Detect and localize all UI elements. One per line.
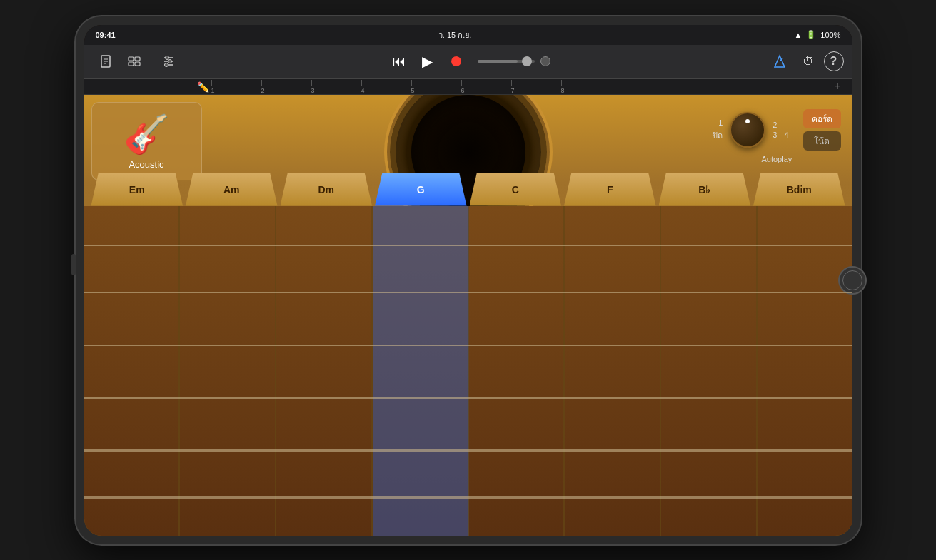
instrument-card[interactable]: 🎸 Acoustic — [91, 102, 202, 180]
new-song-button[interactable] — [93, 50, 119, 73]
status-time: 09:41 — [96, 31, 116, 39]
string-5 — [84, 449, 852, 452]
autoplay-numbers-left: 1 ปิด — [713, 118, 723, 141]
mode-buttons: คอร์ด โน้ต — [803, 109, 841, 151]
fret-col-1 — [84, 206, 181, 536]
ruler-mark-1: 1 — [211, 80, 261, 94]
ipad-screen: 09:41 ว. 15 ก.ย. ▲ 🔋 100% — [84, 25, 852, 536]
autoplay-num-1: 1 — [718, 118, 723, 128]
volume-knob[interactable] — [540, 56, 550, 66]
ruler-mark-7: 7 — [511, 80, 561, 94]
tracks-button[interactable] — [121, 50, 147, 73]
ruler-mark-6: 6 — [461, 80, 511, 94]
play-button[interactable]: ▶ — [415, 50, 441, 73]
wifi-icon: ▲ — [794, 31, 802, 39]
home-btn-inner — [842, 270, 862, 290]
chord-c[interactable]: C — [470, 173, 562, 206]
chord-bdim[interactable]: Bdim — [753, 173, 845, 206]
chord-am[interactable]: Am — [186, 173, 278, 206]
volume-thumb[interactable] — [522, 56, 532, 66]
autoplay-numbers-right: 2 3 — [773, 121, 777, 139]
settings-button[interactable]: ⏱ — [795, 50, 821, 73]
svg-rect-7 — [135, 62, 140, 66]
guitar-top-area: 🎸 Acoustic 1 ปิด — [84, 95, 852, 180]
autoplay-num-3: 3 — [773, 131, 777, 139]
record-button[interactable] — [443, 50, 469, 73]
fret-col-8 — [758, 206, 852, 536]
volume-button[interactable] — [71, 254, 76, 275]
string-3 — [84, 345, 852, 346]
fret-col-7 — [661, 206, 758, 536]
svg-rect-4 — [129, 57, 134, 61]
svg-rect-6 — [129, 62, 134, 66]
svg-rect-5 — [135, 57, 140, 61]
main-content: 🎸 Acoustic 1 ปิด — [84, 95, 852, 536]
string-6 — [84, 496, 852, 499]
toolbar-right: ⏱ ? — [767, 50, 844, 73]
status-bar: 09:41 ว. 15 ก.ย. ▲ 🔋 100% — [84, 25, 852, 45]
toolbar-inner: ⏮ ▶ — [93, 45, 844, 78]
toolbar-left — [93, 50, 147, 73]
home-button[interactable] — [838, 266, 867, 295]
ruler-mark-2: 2 — [261, 80, 311, 94]
rewind-button[interactable]: ⏮ — [386, 50, 412, 73]
fret-col-6 — [565, 206, 661, 536]
svg-point-13 — [164, 63, 168, 67]
autoplay-knob-dot — [745, 119, 750, 123]
transport-controls: ⏮ ▶ — [386, 50, 550, 73]
ruler-mark-4: 4 — [361, 80, 411, 94]
autoplay-controls: 1 ปิด 2 3 4 คอร์ด — [713, 109, 840, 151]
autoplay-num-off: ปิด — [713, 131, 723, 141]
ruler-mark-8: 8 — [561, 80, 611, 94]
status-right: ▲ 🔋 100% — [794, 30, 840, 39]
ipad-frame: 09:41 ว. 15 ก.ย. ▲ 🔋 100% — [76, 16, 861, 544]
status-date: ว. 15 ก.ย. — [438, 29, 472, 41]
add-section-button[interactable]: + — [834, 80, 846, 93]
note-mode-button[interactable]: โน้ต — [803, 131, 841, 151]
fret-col-5 — [469, 206, 565, 536]
autoplay-num-2: 2 — [773, 121, 777, 129]
timeline-ruler: ✏️ 1 2 3 4 — [84, 79, 852, 95]
ruler-marks: 1 2 3 4 5 — [211, 79, 835, 94]
string-1 — [84, 245, 852, 247]
string-2 — [84, 292, 852, 293]
autoplay-num-4: 4 — [784, 131, 788, 139]
ruler-mark-5: 5 — [411, 80, 461, 94]
toolbar: ⏮ ▶ — [84, 45, 852, 79]
battery-icon: 🔋 — [806, 30, 816, 39]
help-button[interactable]: ? — [824, 51, 844, 71]
fretboard[interactable] — [84, 206, 852, 536]
chord-em[interactable]: Em — [91, 173, 183, 206]
chord-dm[interactable]: Dm — [281, 173, 373, 206]
autoplay-label: Autoplay — [761, 155, 792, 163]
chord-f[interactable]: F — [564, 173, 656, 206]
volume-slider[interactable] — [478, 60, 535, 63]
chord-bb[interactable]: B♭ — [659, 173, 751, 206]
volume-group — [478, 56, 550, 66]
fret-col-2 — [180, 206, 276, 536]
fret-col-4-active — [373, 206, 469, 536]
autoplay-section: 1 ปิด 2 3 4 คอร์ด — [713, 109, 840, 163]
chord-g[interactable]: G — [375, 173, 467, 206]
mixer-button[interactable] — [156, 50, 181, 73]
svg-point-11 — [165, 56, 168, 60]
instrument-icon: 🎸 — [124, 113, 170, 156]
chord-mode-button[interactable]: คอร์ด — [803, 109, 841, 128]
battery-level: 100% — [820, 31, 840, 39]
fret-lines — [84, 206, 852, 536]
record-dot — [451, 56, 461, 66]
chord-row: Em Am Dm G C F B♭ Bdim — [84, 173, 852, 206]
pencil-icon[interactable]: ✏️ — [197, 81, 209, 93]
ruler-mark-3: 3 — [311, 80, 361, 94]
fret-col-3 — [276, 206, 373, 536]
svg-point-12 — [168, 60, 171, 63]
metronome-button[interactable] — [767, 50, 792, 73]
autoplay-knob[interactable] — [730, 112, 765, 148]
instrument-name: Acoustic — [129, 159, 163, 170]
string-4 — [84, 397, 852, 399]
